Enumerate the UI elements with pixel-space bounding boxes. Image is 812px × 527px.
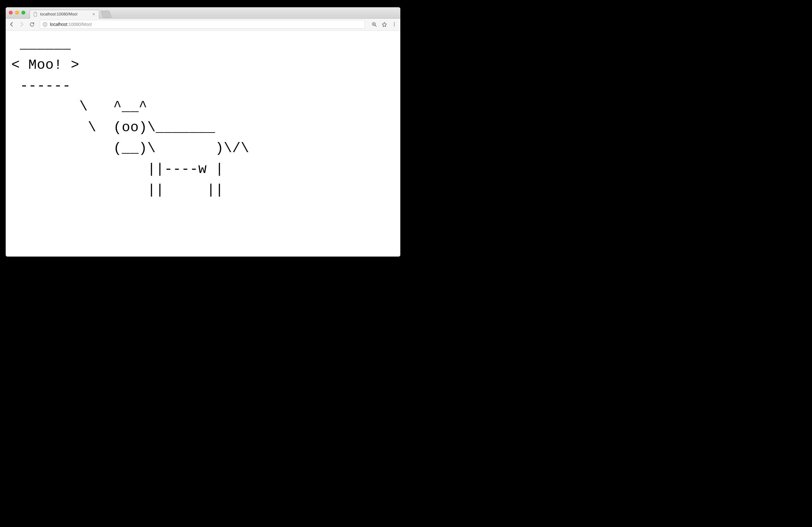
svg-point-8 (394, 24, 395, 25)
window-controls (9, 11, 25, 15)
reload-button[interactable] (29, 21, 35, 27)
tab-bar: localhost:10080/Moo! × (30, 7, 111, 18)
site-info-icon[interactable] (43, 22, 47, 27)
window-titlebar: localhost:10080/Moo! × (6, 7, 400, 19)
forward-button[interactable] (19, 21, 25, 27)
browser-toolbar: localhost:10080/Moo! (6, 19, 400, 31)
page-content: ______ < Moo! > ------ \ ^__^ \ (oo)\___… (6, 31, 400, 257)
cowsay-output: ______ < Moo! > ------ \ ^__^ \ (oo)\___… (11, 34, 395, 200)
url-path: /Moo! (81, 22, 92, 27)
bookmark-star-icon[interactable] (381, 21, 387, 27)
svg-line-4 (375, 25, 376, 26)
window-maximize-button[interactable] (21, 11, 25, 15)
url-text: localhost:10080/Moo! (50, 22, 92, 27)
menu-icon[interactable] (391, 21, 397, 27)
url-host: localhost (50, 22, 67, 27)
address-bar[interactable]: localhost:10080/Moo! (40, 20, 365, 29)
close-tab-icon[interactable]: × (92, 12, 96, 16)
file-icon (33, 12, 38, 16)
svg-point-2 (45, 23, 45, 24)
browser-tab[interactable]: localhost:10080/Moo! × (30, 10, 99, 19)
url-port: :10080 (67, 22, 81, 27)
toolbar-right (371, 21, 397, 27)
svg-point-9 (394, 25, 395, 26)
zoom-icon[interactable] (371, 21, 377, 27)
tab-title: localhost:10080/Moo! (40, 12, 78, 16)
browser-window: localhost:10080/Moo! × localhost:10080 (6, 7, 400, 257)
window-minimize-button[interactable] (15, 11, 19, 15)
new-tab-button[interactable] (100, 11, 112, 18)
navigation-buttons (9, 21, 35, 27)
window-close-button[interactable] (9, 11, 13, 15)
svg-point-7 (394, 23, 395, 23)
back-button[interactable] (9, 21, 15, 27)
